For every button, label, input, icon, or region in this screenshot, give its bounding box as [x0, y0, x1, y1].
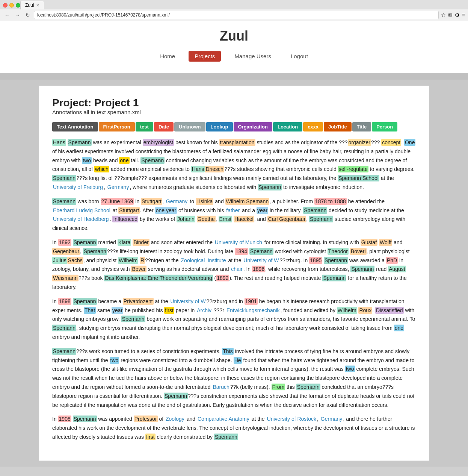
ann-privatdozent[interactable]: Privatdozent [123, 298, 154, 305]
ann-baruch[interactable]: Baruch [212, 384, 230, 390]
ann-date-1901[interactable]: 1901 [245, 298, 258, 305]
ann-spemann-17[interactable]: Spemann [52, 348, 76, 355]
ann-univ-freiburg[interactable]: University of Freiburg [52, 184, 104, 190]
tag-date[interactable]: Date [154, 122, 174, 131]
ann-johann[interactable]: Johann [177, 216, 195, 222]
ann-which[interactable]: which [94, 166, 109, 172]
ann-archiv[interactable]: Archiv [196, 307, 212, 314]
tag-organization[interactable]: Organization [234, 122, 272, 131]
ann-spemann-5[interactable]: Spemann [52, 198, 76, 205]
ann-univ-munich[interactable]: University of Munich [214, 239, 263, 246]
ann-that[interactable]: That [84, 307, 96, 314]
ann-ernst[interactable]: Ernst [219, 216, 232, 222]
ann-spemann-14[interactable]: Spemann [73, 298, 97, 305]
ann-date-1894[interactable]: 1894 [235, 248, 248, 255]
ann-spemann-6[interactable]: Spemann [303, 207, 327, 214]
ann-organizer[interactable]: organizer [348, 139, 371, 146]
ann-one-3[interactable]: one [394, 325, 404, 331]
ann-boveri[interactable]: Boveri [350, 248, 367, 255]
ann-univ-w2[interactable]: University of W [169, 298, 206, 305]
tag-text-annotation[interactable]: Text Annotation [52, 122, 98, 131]
ann-this[interactable]: This [222, 348, 233, 355]
ann-univ-heidelberg[interactable]: University of Heidelberg [52, 216, 110, 222]
ann-spemann-9[interactable]: Spemann [83, 248, 107, 255]
ann-self-regulate[interactable]: self-regulate [338, 166, 368, 172]
ann-from[interactable]: From [272, 384, 285, 390]
ann-date-1908[interactable]: 1908 [58, 416, 71, 422]
minimize-button[interactable] [9, 3, 14, 8]
ann-eberhard[interactable]: Eberhard [52, 207, 75, 214]
ann-gustaf[interactable]: Gustaf [361, 239, 377, 246]
ann-zoology[interactable]: Zoology [165, 416, 185, 422]
ann-year-2[interactable]: year [112, 307, 123, 314]
ann-wolff[interactable]: Wolff [379, 239, 392, 246]
ann-school-2[interactable]: School [94, 207, 111, 214]
ann-germany-2[interactable]: Germany [165, 198, 189, 205]
ann-transplantation[interactable]: transplantation [219, 139, 255, 146]
tag-lookup[interactable]: Lookup [206, 122, 233, 131]
nav-home[interactable]: Home [154, 51, 181, 62]
ann-one-1[interactable]: One [404, 139, 415, 146]
ann-carl[interactable]: Carl Gegenbaur [267, 216, 306, 222]
ann-one-year[interactable]: one year [155, 207, 177, 214]
ann-influenced[interactable]: Influenced [112, 216, 138, 222]
ann-spemann-8[interactable]: Spemann [73, 239, 97, 246]
ann-spemann-11[interactable]: Spemann [324, 257, 348, 264]
ann-first-2[interactable]: first [145, 434, 155, 440]
tab-close-icon[interactable]: ✕ [36, 3, 39, 8]
ann-roux[interactable]: Roux [358, 307, 372, 314]
ann-spemann-1[interactable]: Spemann [68, 139, 92, 146]
tag-person[interactable]: Person [372, 122, 397, 131]
ann-spemann-4[interactable]: Spemann [258, 184, 282, 190]
ann-date-1896[interactable]: 1896 [252, 266, 265, 272]
ann-date-1878-1888[interactable]: 1878 to 1888 [314, 198, 347, 205]
ann-r[interactable]: R [140, 257, 145, 264]
ann-spemann-16[interactable]: Spemann [52, 325, 76, 331]
reload-button[interactable]: ↻ [24, 11, 32, 19]
ann-date-1892b[interactable]: 1892 [216, 275, 229, 281]
ann-binder[interactable]: Binder [133, 239, 149, 246]
ann-spemann-13[interactable]: Spemann [322, 275, 346, 281]
ann-weismann[interactable]: Weismann [52, 275, 79, 281]
ann-two-2[interactable]: two [110, 357, 119, 364]
ann-goethe[interactable]: Goethe [197, 216, 216, 222]
ann-wilhelm-3[interactable]: Wilhelm [337, 307, 357, 314]
menu-icon[interactable]: ≡ [462, 12, 465, 18]
ann-gegenbaur[interactable]: Gegenbaur [52, 248, 80, 255]
ann-spemann-2[interactable]: Spemann [140, 157, 165, 164]
tag-title[interactable]: Title [352, 122, 371, 131]
ann-two-1[interactable]: two [82, 157, 92, 164]
ann-one-2[interactable]: one [119, 157, 129, 164]
ann-date-1898[interactable]: 1898 [58, 298, 71, 305]
browser-tab[interactable]: Zuul ✕ [20, 1, 44, 9]
forward-button[interactable]: → [14, 11, 22, 19]
ann-first[interactable]: first [164, 307, 174, 314]
ann-theodor[interactable]: Theodor [328, 248, 349, 255]
tag-location[interactable]: Location [273, 122, 302, 131]
ann-spemann-20[interactable]: Spemann [73, 416, 97, 422]
ann-spemann-19[interactable]: Spemann [164, 393, 188, 399]
ann-spemann-12[interactable]: Spemann [350, 266, 374, 272]
ann-julius[interactable]: Julius [52, 257, 67, 264]
ann-univ-w[interactable]: University of W [243, 257, 279, 264]
ann-he[interactable]: He [234, 357, 242, 364]
ann-sachs[interactable]: Sachs [67, 257, 83, 264]
ann-spemann-18[interactable]: Spemann [296, 384, 320, 390]
ann-stuttgart-1[interactable]: Stuttgart [141, 198, 162, 205]
ann-germany-1[interactable]: Germany [107, 184, 130, 190]
ann-spemann-school[interactable]: Spemann School [338, 175, 379, 181]
ann-august[interactable]: August [388, 266, 406, 272]
ann-institute[interactable]: institute [207, 257, 226, 264]
nav-logout[interactable]: Logout [285, 51, 314, 62]
ann-chair[interactable]: chair [230, 266, 243, 272]
ann-spemann-10[interactable]: Spemann [249, 248, 273, 255]
ann-haeckel[interactable]: Haeckel [234, 216, 254, 222]
ann-spemann-7[interactable]: Spemann [309, 216, 333, 222]
ann-phd[interactable]: PhD [386, 257, 398, 264]
settings-icon[interactable]: ⚙ [455, 12, 460, 18]
ann-lisinka[interactable]: Lisinka [196, 198, 214, 205]
address-bar[interactable] [34, 11, 439, 19]
bookmark-icon[interactable]: ☆ [441, 12, 446, 18]
ann-dissatisfied[interactable]: Dissatisfied [375, 307, 404, 314]
ann-date-27june1869[interactable]: 27 June 1869 [101, 198, 134, 205]
